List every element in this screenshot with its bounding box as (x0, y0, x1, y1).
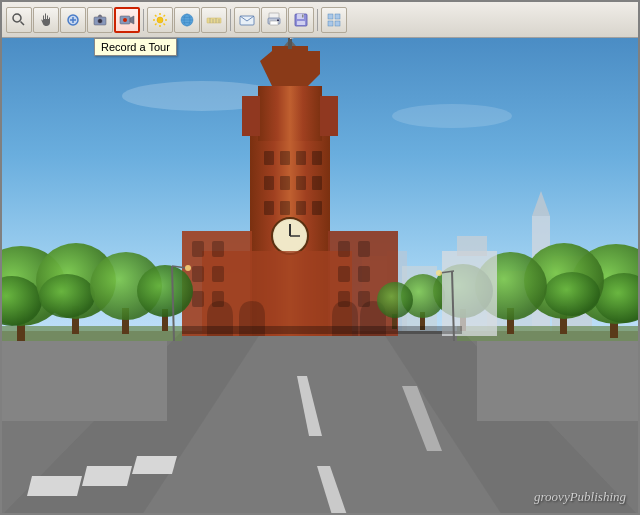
toolbar-btn-pan[interactable] (33, 7, 59, 33)
svg-rect-65 (296, 151, 306, 165)
svg-rect-81 (272, 46, 308, 86)
svg-rect-33 (302, 14, 304, 17)
svg-rect-91 (192, 241, 204, 257)
svg-line-15 (164, 15, 166, 17)
svg-rect-129 (182, 326, 462, 334)
svg-rect-69 (296, 176, 306, 190)
svg-rect-71 (264, 201, 274, 215)
svg-rect-93 (192, 266, 204, 282)
svg-point-126 (377, 282, 413, 318)
svg-rect-34 (328, 14, 333, 19)
svg-rect-66 (312, 151, 322, 165)
svg-rect-73 (296, 201, 306, 215)
viewport[interactable]: groovyPublishing (2, 38, 638, 513)
svg-marker-53 (82, 466, 132, 486)
svg-rect-32 (297, 21, 305, 25)
svg-marker-6 (130, 16, 134, 24)
svg-rect-60 (2, 341, 167, 421)
svg-line-1 (21, 21, 25, 25)
svg-rect-61 (477, 341, 638, 421)
svg-point-40 (392, 104, 512, 128)
svg-marker-52 (27, 476, 82, 496)
svg-rect-67 (264, 176, 274, 190)
tooltip-text: Record a Tour (101, 41, 170, 53)
svg-point-108 (39, 274, 95, 318)
svg-rect-37 (335, 21, 340, 26)
svg-rect-28 (270, 21, 278, 25)
app-window: Record a Tour (0, 0, 640, 515)
svg-rect-74 (312, 201, 322, 215)
toolbar-btn-record-tour[interactable] (114, 7, 140, 33)
svg-rect-79 (258, 86, 322, 141)
svg-line-16 (155, 23, 157, 25)
toolbar-btn-search[interactable] (6, 7, 32, 33)
toolbar-btn-grid[interactable] (321, 7, 347, 33)
svg-rect-100 (358, 266, 370, 282)
toolbar-btn-globe[interactable] (174, 7, 200, 33)
separator-3 (317, 9, 318, 31)
svg-rect-29 (277, 19, 279, 21)
svg-rect-128 (457, 236, 487, 256)
toolbar-btn-email[interactable] (234, 7, 260, 33)
svg-rect-58 (2, 326, 182, 341)
svg-rect-64 (280, 151, 290, 165)
svg-point-8 (157, 17, 163, 23)
svg-point-0 (13, 14, 21, 22)
svg-rect-70 (312, 176, 322, 190)
svg-line-14 (164, 23, 166, 25)
scene-svg (2, 38, 638, 513)
tooltip-record-tour: Record a Tour (94, 38, 177, 56)
toolbar-btn-camera[interactable] (87, 7, 113, 33)
watermark-text: groovyPublishing (534, 489, 626, 504)
svg-rect-68 (280, 176, 290, 190)
separator-1 (143, 9, 144, 31)
svg-line-13 (155, 15, 157, 17)
svg-point-132 (185, 265, 191, 271)
svg-rect-83 (288, 38, 292, 49)
toolbar-btn-print[interactable] (261, 7, 287, 33)
toolbar (2, 2, 638, 38)
svg-rect-87 (320, 96, 338, 136)
watermark: groovyPublishing (534, 489, 626, 505)
svg-rect-99 (338, 266, 350, 282)
svg-rect-98 (358, 241, 370, 257)
svg-rect-72 (280, 201, 290, 215)
toolbar-btn-save[interactable] (288, 7, 314, 33)
svg-marker-54 (132, 456, 177, 474)
svg-point-135 (436, 270, 442, 276)
svg-rect-92 (212, 241, 224, 257)
svg-rect-35 (335, 14, 340, 19)
svg-point-4 (98, 18, 103, 23)
svg-rect-95 (192, 291, 204, 307)
svg-rect-94 (212, 266, 224, 282)
toolbar-btn-ruler[interactable] (201, 7, 227, 33)
svg-rect-127 (442, 251, 497, 336)
toolbar-btn-sun[interactable] (147, 7, 173, 33)
toolbar-btn-zoom[interactable] (60, 7, 86, 33)
svg-rect-63 (264, 151, 274, 165)
svg-rect-86 (242, 96, 260, 136)
svg-point-118 (544, 272, 600, 316)
separator-2 (230, 9, 231, 31)
svg-rect-36 (328, 21, 333, 26)
svg-point-112 (137, 265, 193, 317)
svg-point-7 (123, 18, 127, 22)
svg-rect-97 (338, 241, 350, 257)
